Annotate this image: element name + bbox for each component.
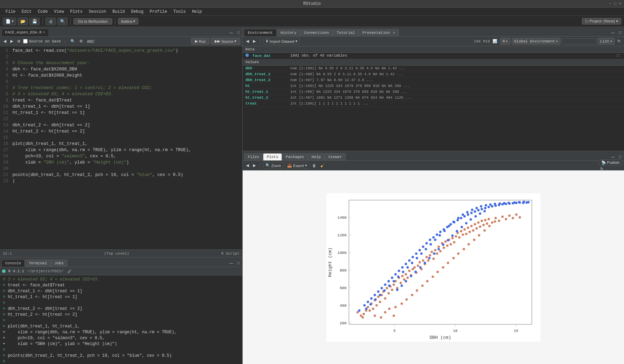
tab-console[interactable]: Console [1,259,25,267]
env-row-dbh[interactable]: dbh num [1:1991] NA 9.55 2 9 3.11 6.35 4… [243,66,624,71]
env-refresh-btn[interactable]: ↻ [616,38,622,44]
show-in-new-btn[interactable]: ⊕ [16,38,22,44]
menu-plots[interactable]: Plots [67,9,85,15]
memory-icon-btn[interactable]: 📊 [491,38,499,44]
console-content[interactable]: # 3 = elevated O3; 4 = elevated CO2+O3. … [0,275,242,364]
menu-build[interactable]: Build [110,9,128,15]
minimize-btn[interactable]: − [609,2,611,6]
menu-profile[interactable]: Profile [147,9,170,15]
collapse-console-btn[interactable]: — [228,260,234,266]
tab-terminal[interactable]: Terminal [25,259,51,267]
editor-tab-bar: FACE_Aspen_EDA.R × — □ [0,27,242,37]
back-btn[interactable]: ◀ [2,38,8,44]
svg-text:15: 15 [514,329,518,333]
tab-viewer[interactable]: Viewer [324,153,346,160]
tab-presentation[interactable]: Presentation × [359,29,399,36]
tab-close-icon[interactable]: × [43,31,45,35]
menu-edit[interactable]: Edit [19,9,35,15]
expand-plots-btn[interactable]: □ [617,154,623,159]
face-dat-expand-btn[interactable]: □ [614,53,621,58]
env-row-ht-treat-2[interactable]: ht_treat_2 int [1:497] 1091 NA 1271 1358… [243,95,624,101]
spell-check-btn[interactable]: ABC [86,39,96,44]
env-row-dbh-treat-1[interactable]: dbh_treat_1 num [1:498] NA 9.55 2 9 3.11… [243,71,624,77]
list-view-dropdown[interactable]: List ▾ [598,38,615,45]
code-line-10: 10 dbh_treat_1 <- dbh[treat == 1] [0,104,242,110]
tab-tutorial[interactable]: Tutorial [333,29,359,36]
run-btn[interactable]: ▶ Run [191,38,209,45]
source-btn[interactable]: ▶▶ Source ▾ [211,38,240,45]
svg-point-169 [480,208,483,210]
broom-btn[interactable]: 🧹 [319,163,326,168]
plots-sep [260,163,260,169]
svg-point-110 [388,307,390,310]
r-dropdown[interactable]: R ▾ [500,38,510,45]
code-editor[interactable]: 1 face_dat <- read.csv("datasets/FACE/FA… [0,46,242,249]
search-btn[interactable]: 🔍 [69,38,77,44]
tab-files[interactable]: Files [244,153,263,160]
run-icon: ▶ [195,39,198,43]
editor-tab-main[interactable]: FACE_Aspen_EDA.R × [1,29,49,36]
global-env-dropdown[interactable]: Global Environment ▾ [512,38,560,45]
export-btn[interactable]: 📤 Export ▾ [285,162,310,169]
menu-file[interactable]: File [3,9,18,15]
maximize-btn[interactable]: □ [614,2,616,6]
presentation-tab-close[interactable]: × [393,31,395,35]
window-controls[interactable]: − □ × [609,2,621,6]
code-line-17: 17 xlim = range(dbh, na.rm = TRUE), ylim… [0,147,242,153]
print-btn[interactable]: 🖨 [46,18,56,25]
console-clean-btn[interactable]: 🖊 [66,268,73,274]
svg-point-34 [372,307,374,310]
collapse-editor-btn[interactable]: — [228,30,234,35]
delete-plot-btn[interactable]: 🗑 [311,163,318,168]
code-tools-btn[interactable]: ⚙ [78,38,84,44]
collapse-env-btn[interactable]: — [610,30,616,35]
source-on-save-checkbox[interactable] [23,39,28,43]
plots-back-btn[interactable]: ◀ [245,163,250,168]
menu-view[interactable]: View [51,9,67,15]
expand-console-btn[interactable]: □ [236,260,241,266]
env-forward-btn[interactable]: ▶ [252,38,257,44]
collapse-plots-btn[interactable]: — [610,154,616,159]
svg-point-102 [498,219,500,222]
tab-packages[interactable]: Packages [282,153,308,160]
publish-btn[interactable]: 📡 Publish [599,159,622,166]
tab-connections[interactable]: Connections [300,29,333,36]
env-row-ht[interactable]: ht int [1:1991] NA 1225 334 1079 370 859… [243,83,624,89]
project-btn[interactable]: ⬡ Project: (None) ▾ [582,18,621,24]
env-back-btn[interactable]: ◀ [245,38,250,44]
import-dataset-btn[interactable]: ⬇ Import Dataset ▾ [263,38,300,45]
env-row-dbh-treat-2[interactable]: dbh_treat_2 num [1:497] 7.97 NA 8.96 12.… [243,77,624,83]
expand-env-btn[interactable]: □ [617,30,623,35]
env-row-face-dat[interactable]: face_dat 1991 obs. of 45 variables □ [243,53,624,59]
addins-btn[interactable]: Addins ▾ [118,18,139,24]
svg-point-63 [425,256,428,258]
menu-help[interactable]: Help [189,9,205,15]
forward-btn[interactable]: ▶ [9,38,14,44]
close-btn[interactable]: × [619,2,621,6]
env-row-ht-treat-1[interactable]: ht_treat_1 int [1:498] NA 1225 334 1079 … [243,89,624,95]
menu-debug[interactable]: Debug [128,9,146,15]
tab-plots[interactable]: Plots [263,153,282,160]
save-btn[interactable]: 💾 [29,18,40,25]
plots-forward-btn[interactable]: ▶ [252,163,257,168]
menu-code[interactable]: Code [35,9,51,15]
svg-point-163 [460,217,462,219]
svg-point-98 [486,222,488,225]
expand-editor-btn[interactable]: □ [236,30,241,35]
open-file-btn[interactable]: 📂 [18,18,28,25]
tab-environment[interactable]: Environment [244,29,277,36]
tab-history[interactable]: History [277,29,300,36]
source-on-save-label[interactable]: Source on Save [23,39,61,43]
menu-tools[interactable]: Tools [170,9,188,15]
env-search-input[interactable] [562,38,596,45]
code-line-8: 8 # 3 = elevated O3; 4 = elevated CO2+O3… [0,91,242,97]
tab-jobs[interactable]: Jobs [51,259,67,267]
go-to-file-btn[interactable]: Go to file/function [74,18,112,24]
menu-session[interactable]: Session [86,9,109,15]
tab-help[interactable]: Help [308,153,324,160]
svg-point-190 [397,275,399,278]
find-btn[interactable]: 🔍 [57,18,68,25]
zoom-btn[interactable]: 🔍 Zoom [263,162,283,169]
new-file-btn[interactable]: 📄▾ [3,18,16,25]
env-row-treat[interactable]: treat int [1:1991] 1 1 1 1 1 1 1 1 1 1 .… [243,101,624,107]
